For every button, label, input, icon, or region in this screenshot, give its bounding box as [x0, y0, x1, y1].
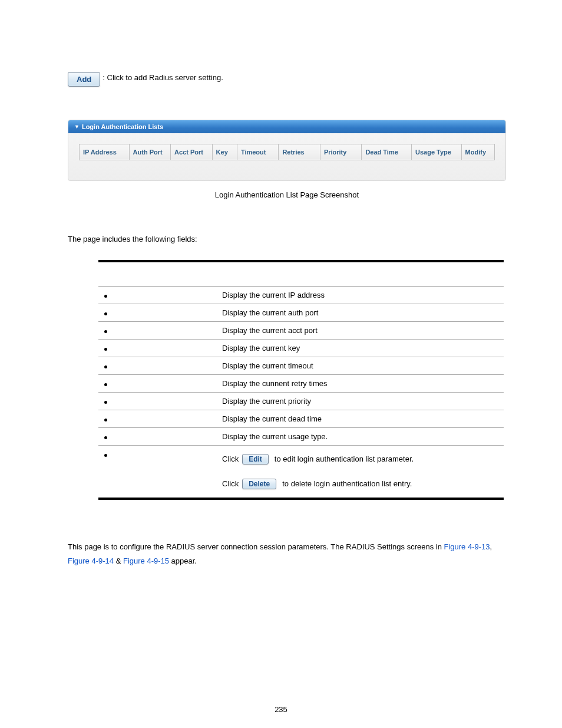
bullet-icon: [104, 383, 107, 386]
next-paragraph: This page is to configure the RADIUS ser…: [68, 540, 506, 569]
col-modify: Modify: [461, 144, 494, 160]
edit-text: to edit login authentication list parame…: [275, 454, 414, 463]
row-desc: Display the current IP address: [216, 286, 504, 304]
col-timeout: Timeout: [237, 144, 279, 160]
add-button[interactable]: Add: [68, 72, 100, 87]
click-label: Click: [222, 454, 239, 463]
table-row: Display the current priority: [98, 392, 504, 410]
table-row: Display the current timeout: [98, 357, 504, 374]
table-row: Display the current IP address: [98, 286, 504, 304]
fields-intro: The page includes the following fields:: [68, 235, 506, 243]
col-ip: IP Address: [80, 144, 130, 160]
add-desc: : Click to add Radius server setting.: [103, 71, 223, 87]
delete-text: to delete login authentication list entr…: [282, 479, 412, 488]
row-desc: Display the current usage type.: [216, 427, 504, 445]
table-row: Display the current acct port: [98, 321, 504, 339]
col-key: Key: [212, 144, 237, 160]
link-figure-4-9-14[interactable]: Figure 4-9-14: [68, 556, 114, 565]
col-auth-port: Auth Port: [129, 144, 171, 160]
page-number: 235: [0, 705, 562, 714]
table-row: Display the current key: [98, 339, 504, 357]
bullet-icon: [104, 295, 107, 298]
bullet-icon: [104, 312, 107, 315]
login-auth-panel: ▼ Login Authentication Lists IP Address …: [68, 120, 506, 181]
fields-table: Display the current IP address Display t…: [98, 260, 504, 500]
row-desc: Display the current dead time: [216, 410, 504, 427]
bullet-icon: [104, 365, 107, 368]
bullet-icon: [104, 436, 107, 439]
col-usage-type: Usage Type: [411, 144, 461, 160]
figure-caption: Login Authentication List Page Screensho…: [68, 190, 506, 199]
table-row: Click Edit to edit login authentication …: [98, 445, 504, 499]
table-row: Display the current dead time: [98, 410, 504, 427]
row-desc: Display the current timeout: [216, 357, 504, 374]
col-retries: Retries: [279, 144, 320, 160]
bullet-icon: [104, 401, 107, 404]
table-row: Display the cunnent retry times: [98, 374, 504, 392]
col-dead-time: Dead Time: [362, 144, 412, 160]
login-auth-table: IP Address Auth Port Acct Port Key Timeo…: [79, 144, 495, 160]
row-desc: Display the current priority: [216, 392, 504, 410]
panel-title-bar[interactable]: ▼ Login Authentication Lists: [68, 120, 505, 133]
row-desc: Display the current auth port: [216, 304, 504, 321]
fields-header-row: [98, 261, 504, 286]
table-row: Display the current usage type.: [98, 427, 504, 445]
bullet-icon: [104, 454, 107, 457]
row-desc: Display the current acct port: [216, 321, 504, 339]
link-figure-4-9-13[interactable]: Figure 4-9-13: [444, 542, 490, 551]
col-acct-port: Acct Port: [171, 144, 213, 160]
link-figure-4-9-15[interactable]: Figure 4-9-15: [123, 556, 169, 565]
click-label: Click: [222, 479, 239, 488]
bullet-icon: [104, 419, 107, 421]
delete-button[interactable]: Delete: [242, 479, 276, 489]
panel-title: Login Authentication Lists: [82, 123, 163, 130]
chevron-down-icon: ▼: [74, 124, 80, 130]
col-priority: Priority: [320, 144, 362, 160]
row-desc: Display the current key: [216, 339, 504, 357]
bullet-icon: [104, 330, 107, 333]
bullet-icon: [104, 348, 107, 351]
edit-button[interactable]: Edit: [242, 454, 269, 465]
table-row: Display the current auth port: [98, 304, 504, 321]
row-desc: Display the cunnent retry times: [216, 374, 504, 392]
